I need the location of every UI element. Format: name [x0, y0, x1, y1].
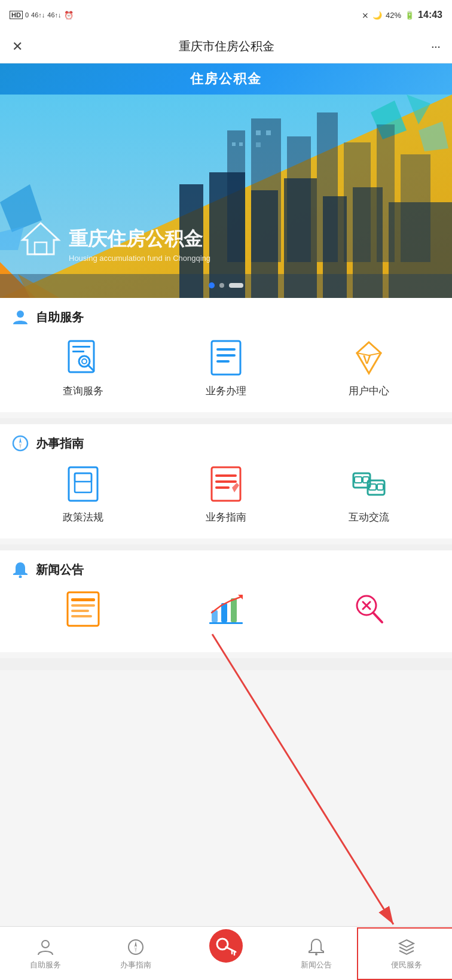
svg-rect-66 — [71, 604, 95, 607]
more-button[interactable]: ··· — [431, 39, 440, 54]
svg-rect-43 — [216, 360, 230, 363]
guide-section-icon — [12, 435, 29, 452]
business-label: 业务办理 — [206, 384, 246, 398]
nav-item-convenience[interactable]: 便民服务 — [362, 932, 452, 975]
svg-rect-18 — [256, 130, 261, 135]
svg-marker-88 — [399, 940, 414, 947]
svg-rect-40 — [212, 341, 240, 375]
signal2-icon: 46↑↓ — [47, 11, 61, 19]
svg-point-78 — [42, 941, 49, 948]
svg-rect-62 — [377, 484, 383, 490]
menu-item-interaction[interactable]: 互动交流 — [297, 464, 440, 524]
clock-icon: ⏰ — [64, 11, 74, 20]
nav-item-guide[interactable]: 办事指南 — [90, 932, 181, 975]
svg-rect-19 — [266, 130, 271, 135]
close-button[interactable]: ✕ — [12, 39, 23, 54]
nav-item-news[interactable]: 新闻公告 — [271, 932, 362, 975]
nav-item-self-service[interactable]: 自助服务 — [0, 932, 90, 975]
title-bar: ✕ 重庆市住房公积金 ··· — [0, 30, 452, 63]
news-icons-row — [0, 584, 452, 640]
self-service-section: 自助服务 查询服务 — [0, 298, 452, 412]
menu-item-guide[interactable]: 业务指南 — [155, 464, 298, 524]
nav-news-label: 新闻公告 — [301, 960, 332, 970]
svg-marker-48 — [19, 437, 22, 443]
banner-title: 住房公积金 — [190, 70, 262, 88]
svg-text:Housing accumulation fund in C: Housing accumulation fund in Chongqing — [69, 254, 210, 263]
news-section: 新闻公告 — [0, 550, 452, 652]
news-item-news[interactable] — [12, 590, 155, 628]
hd-icon: HD — [10, 11, 23, 19]
svg-rect-68 — [71, 615, 92, 617]
nav-compass-icon — [126, 937, 146, 957]
nav-guide-label: 办事指南 — [120, 960, 151, 970]
svg-marker-81 — [135, 947, 137, 953]
user-center-label: 用户中心 — [349, 384, 389, 398]
page-title: 重庆市住房公积金 — [23, 38, 431, 54]
svg-rect-71 — [221, 603, 227, 622]
user-center-icon: V — [349, 337, 389, 378]
svg-text:V: V — [363, 353, 371, 366]
status-right: ⨯ 🌙 42% 🔋 14:43 — [362, 10, 442, 20]
bottom-spacer — [0, 658, 452, 670]
svg-point-63 — [19, 576, 22, 579]
policy-icon — [63, 464, 103, 504]
menu-item-user[interactable]: V 用户中心 — [297, 337, 440, 398]
svg-rect-52 — [75, 473, 91, 482]
guide-section: 办事指南 政策法规 — [0, 424, 452, 538]
bluetooth-icon: ⨯ — [362, 10, 369, 20]
menu-item-business[interactable]: 业务办理 — [155, 337, 298, 398]
nav-home-icon — [208, 928, 244, 964]
status-left: HD 0 46↑↓ 46↑↓ ⏰ — [10, 11, 74, 20]
svg-rect-55 — [215, 480, 237, 483]
carousel-dot-1[interactable] — [209, 282, 215, 288]
news-item-announce[interactable] — [155, 590, 298, 628]
svg-rect-65 — [71, 598, 95, 601]
guide-header: 办事指南 — [0, 424, 452, 458]
nav-convenience-label: 便民服务 — [391, 960, 422, 970]
signal1-icon: 46↑↓ — [31, 11, 45, 19]
carousel-dot-2[interactable] — [219, 283, 224, 288]
menu-item-query[interactable]: 查询服务 — [12, 337, 155, 398]
svg-rect-20 — [256, 142, 261, 147]
interaction-label: 互动交流 — [349, 510, 389, 524]
guide-label: 业务指南 — [206, 510, 246, 524]
guide-icon — [206, 464, 246, 504]
nav-person-icon — [35, 937, 56, 957]
header-banner: 住房公积金 — [0, 63, 452, 95]
query-label: 查询服务 — [63, 384, 103, 398]
self-service-header: 自助服务 — [0, 298, 452, 331]
svg-point-82 — [209, 929, 243, 963]
svg-rect-54 — [215, 474, 237, 477]
svg-point-39 — [82, 359, 87, 364]
nav-item-home[interactable] — [181, 935, 271, 972]
svg-marker-49 — [19, 443, 22, 449]
network-icon: 0 — [25, 11, 29, 19]
svg-rect-64 — [68, 592, 99, 626]
status-bar: HD 0 46↑↓ 46↑↓ ⏰ ⨯ 🌙 42% 🔋 14:43 — [0, 0, 452, 30]
business-icon — [206, 337, 246, 378]
bottom-nav: 自助服务 办事指南 — [0, 926, 452, 980]
svg-rect-67 — [71, 610, 89, 612]
svg-rect-41 — [216, 348, 236, 351]
svg-point-33 — [17, 311, 24, 318]
svg-rect-58 — [355, 477, 362, 483]
svg-rect-56 — [215, 486, 230, 489]
svg-rect-51 — [75, 473, 91, 492]
carousel-dot-3[interactable] — [229, 283, 243, 288]
menu-item-policy[interactable]: 政策法规 — [12, 464, 155, 524]
carousel-dots — [209, 282, 243, 288]
news-section-icon — [12, 561, 29, 578]
svg-rect-72 — [231, 598, 237, 622]
svg-marker-80 — [135, 941, 137, 947]
divider-2 — [0, 544, 452, 550]
news-item-notify[interactable] — [297, 590, 440, 628]
nav-self-service-label: 自助服务 — [30, 960, 61, 970]
self-service-grid: 查询服务 业务办理 — [0, 331, 452, 412]
svg-line-75 — [373, 613, 382, 622]
svg-rect-50 — [69, 467, 97, 501]
battery-percent: 42% — [386, 11, 401, 20]
nav-bell-icon — [306, 937, 326, 957]
news-title: 新闻公告 — [36, 562, 84, 578]
hero-carousel[interactable]: 重庆住房公积金 Housing accumulation fund in Cho… — [0, 95, 452, 298]
query-icon — [63, 337, 103, 378]
